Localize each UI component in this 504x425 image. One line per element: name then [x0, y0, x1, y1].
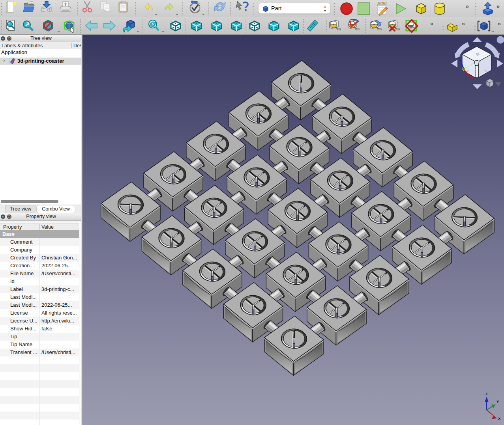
svg-text:»: » — [498, 20, 501, 27]
svg-text:»: » — [497, 3, 500, 9]
svg-text:»: » — [462, 20, 465, 27]
svg-text:»: » — [430, 20, 433, 27]
svg-text:»: » — [466, 3, 469, 9]
svg-text:X: X — [498, 416, 501, 421]
svg-text:Z: Z — [485, 391, 488, 396]
svg-text:Y: Y — [497, 399, 499, 404]
